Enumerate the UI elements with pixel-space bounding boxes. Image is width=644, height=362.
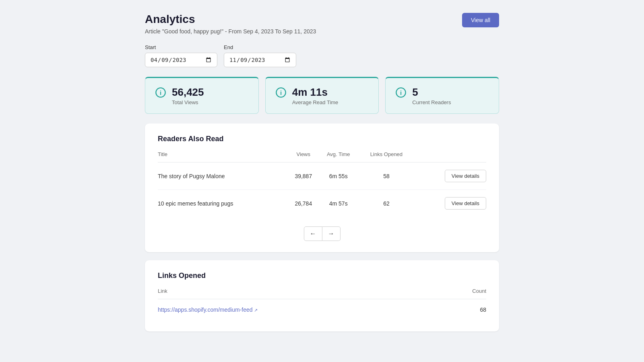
pagination-row: ← → <box>158 223 486 241</box>
link-count: 68 <box>446 299 486 321</box>
date-range-row: Start End <box>145 44 499 67</box>
info-icon-avg-time: i <box>275 87 287 98</box>
table-row: https://apps.shopify.com/medium-feed ↗ 6… <box>158 299 486 321</box>
avg-read-time-value: 4m 11s <box>292 86 339 99</box>
page-title: Analytics <box>145 13 316 26</box>
external-link-icon: ↗ <box>254 308 258 313</box>
info-icon-current-readers: i <box>395 87 407 98</box>
stat-card-total-views: i 56,425 Total Views <box>145 77 259 114</box>
row-links-opened: 62 <box>359 190 415 217</box>
current-readers-label: Current Readers <box>412 99 451 105</box>
start-date-field: Start <box>145 44 217 67</box>
row-title: 10 epic memes featuring pugs <box>158 190 289 217</box>
info-icon-views: i <box>155 87 166 98</box>
end-date-label: End <box>224 44 296 50</box>
view-details-button-1[interactable]: View details <box>445 170 486 182</box>
row-action: View details <box>414 162 486 190</box>
col-views: Views <box>289 151 318 162</box>
links-opened-section: Links Opened Link Count https://apps.sho… <box>145 260 499 331</box>
col-links-opened: Links Opened <box>359 151 415 162</box>
start-date-label: Start <box>145 44 217 50</box>
col-count: Count <box>446 288 486 299</box>
readers-also-read-table: Title Views Avg. Time Links Opened The s… <box>158 151 486 217</box>
col-link: Link <box>158 288 446 299</box>
current-readers-value: 5 <box>412 86 451 99</box>
link-url-cell: https://apps.shopify.com/medium-feed ↗ <box>158 299 446 321</box>
total-views-label: Total Views <box>172 99 204 105</box>
links-opened-table: Link Count https://apps.shopify.com/medi… <box>158 288 486 320</box>
table-row: The story of Pugsy Malone 39,887 6m 55s … <box>158 162 486 190</box>
col-action <box>414 151 486 162</box>
readers-also-read-section: Readers Also Read Title Views Avg. Time … <box>145 123 499 252</box>
col-avg-time: Avg. Time <box>318 151 359 162</box>
link-url[interactable]: https://apps.shopify.com/medium-feed <box>158 306 253 313</box>
view-details-button-2[interactable]: View details <box>445 197 486 210</box>
total-views-value: 56,425 <box>172 86 204 99</box>
start-date-input[interactable] <box>145 53 217 67</box>
svg-text:i: i <box>280 89 282 96</box>
links-opened-title: Links Opened <box>158 272 486 280</box>
next-page-button[interactable]: → <box>322 226 341 241</box>
col-title: Title <box>158 151 289 162</box>
readers-also-read-title: Readers Also Read <box>158 135 486 143</box>
row-links-opened: 58 <box>359 162 415 190</box>
stats-row: i 56,425 Total Views i 4m 11s Average Re… <box>145 77 499 114</box>
row-avg-time: 4m 57s <box>318 190 359 217</box>
row-avg-time: 6m 55s <box>318 162 359 190</box>
avg-read-time-label: Average Read Time <box>292 99 339 105</box>
row-title: The story of Pugsy Malone <box>158 162 289 190</box>
page-subtitle: Article "Good food, happy pug!" - From S… <box>145 28 316 35</box>
row-views: 26,784 <box>289 190 318 217</box>
svg-text:i: i <box>160 89 161 96</box>
svg-text:i: i <box>400 89 402 96</box>
view-all-button[interactable]: View all <box>462 13 499 27</box>
row-action: View details <box>414 190 486 217</box>
prev-page-button[interactable]: ← <box>304 226 322 241</box>
table-row: 10 epic memes featuring pugs 26,784 4m 5… <box>158 190 486 217</box>
end-date-input[interactable] <box>224 53 296 67</box>
stat-card-avg-read-time: i 4m 11s Average Read Time <box>265 77 379 114</box>
end-date-field: End <box>224 44 296 67</box>
row-views: 39,887 <box>289 162 318 190</box>
stat-card-current-readers: i 5 Current Readers <box>385 77 499 114</box>
